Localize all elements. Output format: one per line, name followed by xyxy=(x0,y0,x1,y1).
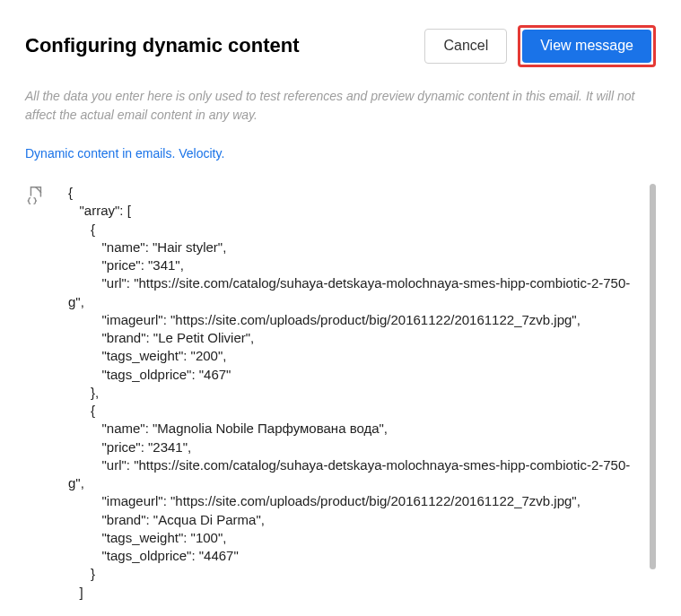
json-editor[interactable]: { "array": [ { "name": "Hair styler", "p… xyxy=(68,184,638,609)
view-message-highlight: View message xyxy=(518,25,656,67)
cancel-button[interactable]: Cancel xyxy=(424,29,507,64)
page-title: Configuring dynamic content xyxy=(25,34,300,57)
dialog-actions: Cancel View message xyxy=(424,25,656,67)
view-message-button[interactable]: View message xyxy=(522,30,651,63)
json-braces-icon xyxy=(25,184,47,209)
docs-link[interactable]: Dynamic content in emails. Velocity. xyxy=(25,146,224,161)
scrollbar[interactable] xyxy=(650,184,656,569)
description-text: All the data you enter here is only used… xyxy=(25,87,656,126)
